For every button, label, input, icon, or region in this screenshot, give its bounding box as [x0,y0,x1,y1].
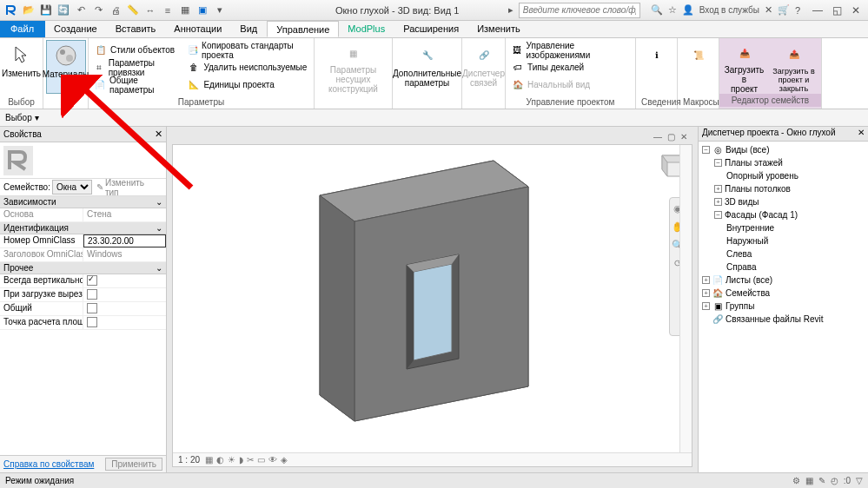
scrollbar-vertical[interactable] [679,145,692,452]
open-icon[interactable]: 📂 [23,4,35,16]
object-styles-button[interactable]: 📋Стили объектов [94,42,180,58]
remove-unused-button[interactable]: 🗑Удалить неиспользуемые [187,59,308,76]
tab-modify[interactable]: Изменить [468,21,530,37]
tree-item[interactable]: Опорный уровень [726,171,798,181]
user-icon[interactable]: 👤 [682,4,694,16]
tree-item[interactable]: Группы [726,301,754,311]
crop-icon[interactable]: ✂ [247,455,254,465]
materials-button[interactable]: Материалы [46,40,86,94]
tab-extensions[interactable]: Расширения [394,21,468,37]
manage-images-button[interactable]: 🖼Управление изображениями [511,42,630,58]
thin-lines-icon[interactable]: ≡ [162,4,174,16]
visual-style-icon[interactable]: ◐ [216,455,224,465]
tab-view[interactable]: Вид [231,21,267,37]
load-project-button[interactable]: 📥 Загрузить в проект [722,40,767,94]
status-select-icon[interactable]: :0 [844,476,851,485]
copy-standards-button[interactable]: 📑Копировать стандарты проекта [187,42,308,58]
expand-icon[interactable]: − [714,159,722,167]
tab-file[interactable]: Файл [0,21,45,37]
save-icon[interactable]: 💾 [40,4,52,16]
hide-icon[interactable]: 👁 [268,455,277,465]
load-close-button[interactable]: 📤 Загрузить в проект и закрыть [769,40,819,94]
close-icon[interactable]: ✕ [155,129,162,140]
status-icon[interactable]: ◴ [831,476,838,485]
properties-help-link[interactable]: Справка по свойствам [3,459,94,469]
crop-region-icon[interactable]: ▭ [257,455,265,465]
expand-icon[interactable]: − [702,146,710,154]
favorite-icon[interactable]: ☆ [668,4,677,16]
exchange-icon[interactable]: ✕ [765,4,772,16]
expand-icon[interactable]: + [702,302,710,310]
close-hidden-icon[interactable]: ▦ [179,4,191,16]
calc-point-checkbox[interactable] [87,317,97,327]
always-vert-checkbox[interactable] [87,275,97,286]
base-value[interactable]: Стена [83,208,166,221]
tree-item[interactable]: Справа [726,262,757,272]
extra-params-button[interactable]: 🔧 Дополнительные параметры [407,40,447,94]
tree-item[interactable]: Планы этажей [725,158,783,168]
help-icon[interactable]: ? [795,5,800,16]
edit-type-button[interactable]: ✎Изменить тип [94,178,162,197]
tree-item[interactable]: Листы (все) [726,275,772,285]
undo-icon[interactable]: ↶ [75,4,87,16]
cart-icon[interactable]: 🛒 [778,4,790,16]
tree-item[interactable]: Связанные файлы Revit [726,314,824,324]
tree-item[interactable]: Внутренние [726,223,774,233]
family-select[interactable]: Окна [52,180,92,195]
macros-button[interactable]: 📜 [679,40,719,94]
identity-group[interactable]: Идентификация⌄ [0,222,166,234]
shared-params-button[interactable]: 📄Общие параметры [94,76,180,93]
tab-modplus[interactable]: ModPlus [339,21,394,37]
tree-item[interactable]: Семейства [726,288,770,298]
tab-create[interactable]: Создание [45,21,107,37]
expand-icon[interactable]: − [714,211,722,219]
search-input[interactable] [519,3,640,18]
status-icon[interactable]: ▦ [805,476,813,485]
expand-icon[interactable]: + [714,198,722,206]
revit-logo-icon[interactable] [5,4,17,16]
tree-item[interactable]: Фасады (Фасад 1) [725,210,798,220]
expand-icon[interactable]: + [714,185,722,193]
measure-icon[interactable]: 📏 [127,4,139,16]
apply-button[interactable]: Применить [105,458,162,471]
login-link[interactable]: Вход в службы [699,5,759,15]
scale-value[interactable]: 1 : 20 [178,455,200,465]
dim-icon[interactable]: ↔ [144,4,156,16]
omniclass-num-value[interactable]: 23.30.20.00 [83,234,166,247]
switch-win-icon[interactable]: ▣ [196,4,209,16]
view-min-icon[interactable]: — [653,132,662,144]
tab-manage[interactable]: Управление [267,21,339,37]
minimize-button[interactable]: — [809,4,826,16]
infocenter-icon[interactable]: 🔍 [651,4,663,16]
redo-icon[interactable]: ↷ [92,4,104,16]
close-icon[interactable]: ✕ [858,128,865,140]
status-icon[interactable]: ⚙ [792,476,800,485]
info-button[interactable]: ℹ [637,40,677,94]
tab-annotate[interactable]: Аннотации [165,21,231,37]
on-load-cut-checkbox[interactable] [87,289,97,300]
constraints-group[interactable]: Зависимости⌄ [0,196,166,208]
other-group[interactable]: Прочее⌄ [0,262,166,274]
close-button[interactable]: ✕ [847,4,865,16]
info-arrow-icon[interactable]: ▸ [508,4,514,16]
tab-insert[interactable]: Вставить [107,21,166,37]
shadow-icon[interactable]: ◗ [239,455,243,465]
print-icon[interactable]: 🖨 [109,4,122,16]
qat-dropdown-icon[interactable]: ▾ [214,4,226,16]
snap-params-button[interactable]: ⌗Параметры привязки [94,59,180,76]
decal-types-button[interactable]: 🏷Типы декалей [511,59,630,76]
restore-button[interactable]: ◱ [828,4,845,16]
status-icon[interactable]: ✎ [818,476,825,485]
tree-item[interactable]: 3D виды [725,197,759,207]
view-close-icon[interactable]: ✕ [680,132,687,144]
tree-item[interactable]: Наружный [726,236,768,246]
sun-icon[interactable]: ☀ [228,455,235,465]
expand-icon[interactable]: + [702,276,710,284]
status-filter-icon[interactable]: ▽ [856,476,863,485]
modify-button[interactable]: Изменить [2,40,42,94]
shared-checkbox[interactable] [87,303,97,313]
viewport-3d[interactable]: ◉ ✋ 🔍 ⟳ 1 : 20 [172,144,692,467]
project-units-button[interactable]: 📐Единицы проекта [187,76,308,93]
project-tree[interactable]: −◎Виды (все) −Планы этажей Опорный урове… [699,142,868,472]
detail-icon[interactable]: ▦ [205,455,213,465]
